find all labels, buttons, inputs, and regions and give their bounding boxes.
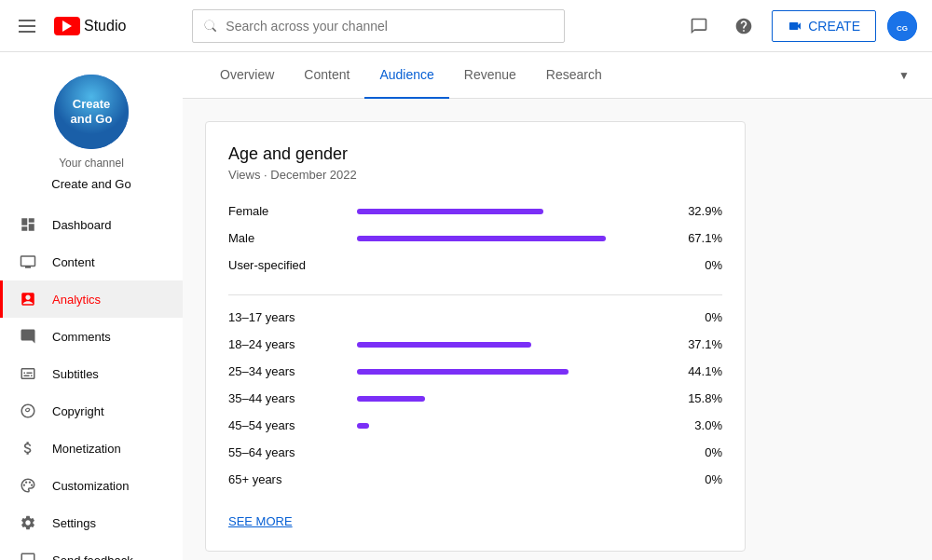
main-content: Overview Content Audience Revenue Resear… — [183, 52, 932, 560]
analytics-content: Age and gender Views · December 2022 Fem… — [183, 99, 932, 560]
channel-name: Create and Go — [51, 177, 130, 191]
svg-point-7 — [29, 482, 31, 484]
age-35-44-pct: 15.8% — [676, 391, 722, 405]
age-18-24-pct: 37.1% — [676, 337, 722, 351]
yt-icon — [54, 17, 80, 35]
age-section: 13–17 years 0% 18–24 years 37.1% — [228, 310, 722, 486]
card-title: Age and gender — [228, 144, 722, 164]
age-55-64-pct: 0% — [676, 445, 722, 459]
avatar[interactable]: CG — [887, 11, 917, 41]
studio-label: Studio — [84, 18, 126, 34]
age-18-24-row: 18–24 years 37.1% — [228, 337, 722, 351]
sidebar-item-customization[interactable]: Customization — [0, 467, 183, 504]
subtitles-icon — [19, 364, 37, 383]
menu-button[interactable] — [15, 16, 39, 36]
age-13-17-track — [357, 315, 668, 321]
gender-user-specified-row: User-specified 0% — [228, 258, 722, 272]
card-subtitle: Views · December 2022 — [228, 168, 722, 182]
age-gender-card: Age and gender Views · December 2022 Fem… — [205, 121, 746, 552]
tab-revenue[interactable]: Revenue — [449, 52, 531, 99]
copyright-label: Copyright — [52, 404, 104, 418]
sidebar-item-subtitles[interactable]: Subtitles — [0, 355, 183, 392]
avatar-image: CG — [887, 11, 917, 41]
topbar-right: CREATE CG — [682, 9, 917, 43]
tab-research[interactable]: Research — [531, 52, 617, 99]
age-35-44-track — [357, 396, 668, 402]
sidebar-item-analytics[interactable]: Analytics — [0, 280, 183, 318]
help-icon-btn[interactable] — [727, 9, 761, 43]
feedback-icon — [690, 17, 708, 35]
help-icon — [734, 17, 753, 35]
gender-female-row: Female 32.9% — [228, 204, 722, 218]
youtube-logo: Studio — [54, 17, 126, 35]
age-45-54-pct: 3.0% — [676, 418, 722, 432]
age-25-34-row: 25–34 years 44.1% — [228, 364, 722, 378]
create-label: CREATE — [808, 19, 860, 34]
layout: Create and Go Your channel Create and Go… — [0, 52, 932, 560]
sidebar-item-send-feedback[interactable]: Send feedback — [0, 541, 183, 560]
search-icon — [204, 19, 218, 34]
age-25-34-label: 25–34 years — [228, 364, 350, 378]
svg-point-6 — [25, 482, 27, 484]
age-65-plus-row: 65+ years 0% — [228, 472, 722, 486]
age-65-plus-pct: 0% — [676, 472, 722, 486]
topbar: Studio CREATE CG — [0, 0, 932, 52]
sidebar-item-content[interactable]: Content — [0, 243, 183, 280]
analytics-label: Analytics — [52, 293, 101, 307]
search-bar[interactable] — [192, 9, 565, 43]
sidebar-item-settings[interactable]: Settings — [0, 504, 183, 541]
svg-text:and Go: and Go — [71, 112, 113, 126]
create-icon — [788, 19, 802, 34]
age-25-34-fill — [357, 369, 569, 375]
channel-info: Create and Go Your channel Create and Go — [0, 60, 183, 206]
female-label: Female — [228, 204, 350, 218]
age-55-64-label: 55–64 years — [228, 445, 350, 459]
send-feedback-label: Send feedback — [52, 553, 133, 561]
channel-avatar[interactable]: Create and Go — [54, 75, 129, 149]
svg-point-5 — [23, 485, 25, 486]
age-45-54-label: 45–54 years — [228, 418, 350, 432]
monetization-icon — [19, 439, 37, 458]
user-specified-pct: 0% — [676, 258, 722, 272]
tabs-row: Overview Content Audience Revenue Resear… — [183, 52, 932, 99]
copyright-icon — [19, 402, 37, 420]
settings-icon — [19, 513, 37, 532]
see-more-link[interactable]: SEE MORE — [228, 514, 293, 528]
comments-icon — [19, 327, 37, 346]
age-35-44-row: 35–44 years 15.8% — [228, 391, 722, 405]
dashboard-icon — [19, 215, 37, 234]
age-45-54-row: 45–54 years 3.0% — [228, 418, 722, 432]
feedback-icon-btn[interactable] — [682, 9, 716, 43]
search-input[interactable] — [226, 19, 553, 34]
male-bar-track — [357, 236, 668, 241]
age-13-17-row: 13–17 years 0% — [228, 310, 722, 324]
dashboard-label: Dashboard — [52, 218, 112, 232]
sidebar-item-dashboard[interactable]: Dashboard — [0, 206, 183, 243]
age-25-34-track — [357, 369, 668, 375]
age-25-34-pct: 44.1% — [676, 364, 722, 378]
age-18-24-label: 18–24 years — [228, 337, 350, 351]
tab-content[interactable]: Content — [289, 52, 364, 99]
female-pct: 32.9% — [676, 204, 722, 218]
monetization-label: Monetization — [52, 442, 121, 456]
male-label: Male — [228, 231, 350, 245]
customization-icon — [19, 476, 37, 495]
tabs-dropdown-arrow[interactable]: ▼ — [898, 69, 910, 82]
tab-audience[interactable]: Audience — [364, 52, 448, 99]
age-65-plus-label: 65+ years — [228, 472, 350, 486]
svg-text:CG: CG — [897, 24, 908, 33]
content-label: Content — [52, 255, 95, 269]
svg-point-8 — [31, 485, 33, 486]
create-button[interactable]: CREATE — [772, 10, 876, 42]
sidebar-item-copyright[interactable]: Copyright — [0, 392, 183, 430]
channel-label: Your channel — [59, 157, 124, 170]
age-65-plus-track — [357, 477, 668, 483]
sidebar-item-comments[interactable]: Comments — [0, 318, 183, 355]
tab-overview[interactable]: Overview — [205, 52, 289, 99]
section-divider — [228, 294, 722, 295]
female-bar-track — [357, 209, 668, 214]
send-feedback-icon — [19, 551, 37, 560]
user-specified-label: User-specified — [228, 258, 350, 272]
sidebar-item-monetization[interactable]: Monetization — [0, 430, 183, 467]
age-35-44-label: 35–44 years — [228, 391, 350, 405]
